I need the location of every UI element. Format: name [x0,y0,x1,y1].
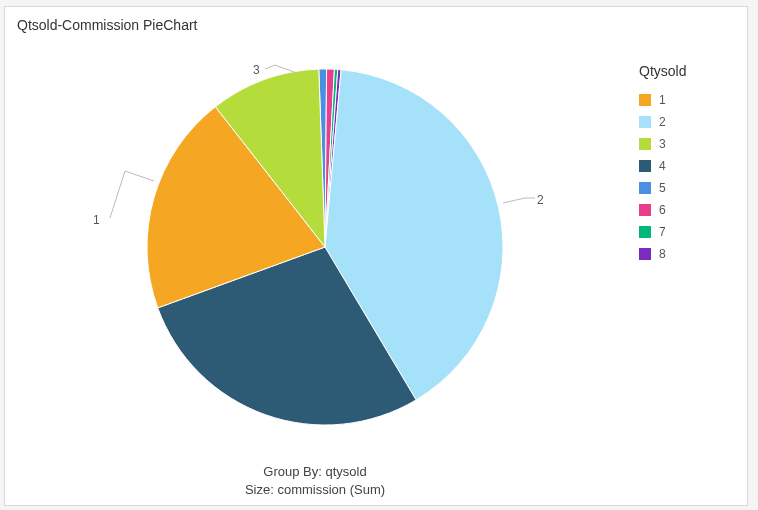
legend-item-1[interactable]: 1 [639,93,729,107]
chart-card: Qtsold-Commission PieChart 1 2 3 Qtysold… [4,6,748,506]
legend-label-3: 3 [659,137,666,151]
legend-swatch-3 [639,138,651,150]
pie-chart [145,67,505,427]
legend-label-6: 6 [659,203,666,217]
legend-label-2: 2 [659,115,666,129]
legend-label-5: 5 [659,181,666,195]
legend-item-8[interactable]: 8 [639,247,729,261]
legend-item-6[interactable]: 6 [639,203,729,217]
chart-area: 1 2 3 [5,43,625,473]
legend-item-5[interactable]: 5 [639,181,729,195]
legend-item-3[interactable]: 3 [639,137,729,151]
legend: Qtysold 1 2 3 4 5 6 7 [639,63,729,269]
footer-groupby: Group By: qtysold [5,463,625,481]
legend-item-7[interactable]: 7 [639,225,729,239]
legend-title: Qtysold [639,63,729,79]
legend-swatch-5 [639,182,651,194]
slice-label-3: 3 [253,63,260,77]
legend-swatch-6 [639,204,651,216]
legend-label-8: 8 [659,247,666,261]
legend-item-4[interactable]: 4 [639,159,729,173]
legend-swatch-8 [639,248,651,260]
legend-label-7: 7 [659,225,666,239]
chart-title: Qtsold-Commission PieChart [5,7,747,43]
slice-label-2: 2 [537,193,544,207]
legend-label-1: 1 [659,93,666,107]
legend-swatch-2 [639,116,651,128]
legend-item-2[interactable]: 2 [639,115,729,129]
legend-label-4: 4 [659,159,666,173]
legend-swatch-1 [639,94,651,106]
slice-label-1: 1 [93,213,100,227]
chart-footer: Group By: qtysold Size: commission (Sum) [5,463,625,499]
legend-swatch-4 [639,160,651,172]
footer-size: Size: commission (Sum) [5,481,625,499]
legend-swatch-7 [639,226,651,238]
